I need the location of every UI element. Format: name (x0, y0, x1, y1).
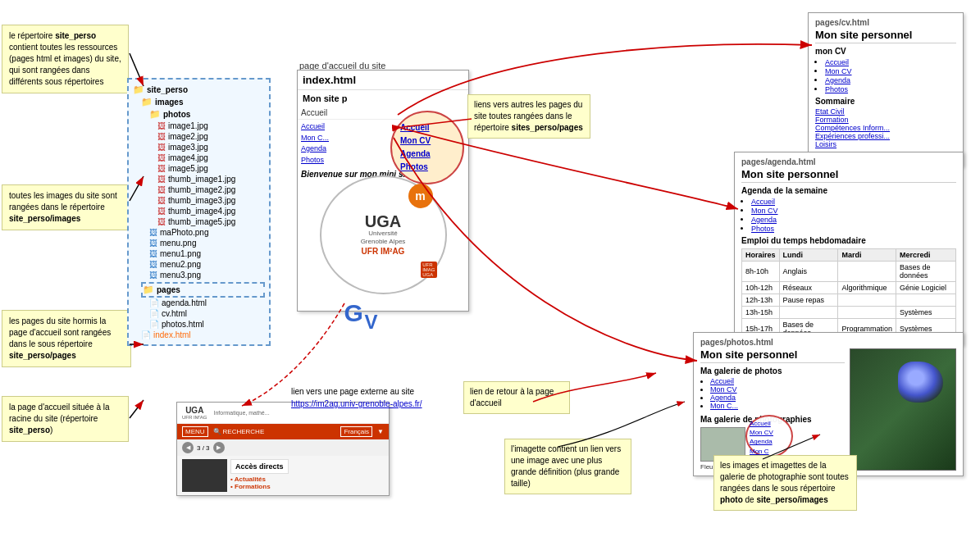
ext-prev-btn[interactable]: ◀ (182, 442, 194, 453)
agenda-html-box: pages/agenda.html Mon site personnel Age… (734, 152, 964, 345)
nav-accueil[interactable]: Accueil (400, 121, 430, 134)
small-mon-cv[interactable]: Mon C... (301, 134, 329, 142)
cv-etat-civil-link[interactable]: Etat Civil (815, 107, 956, 116)
nav-agenda[interactable]: Agenda (400, 148, 431, 161)
image-icon: 🖼 (157, 196, 166, 205)
th-horaires: Horaires (742, 249, 780, 262)
uga-text: UGA (365, 213, 401, 230)
agenda-nav-moncv[interactable]: Mon CV (751, 207, 778, 215)
photos-nav-monc[interactable]: Mon C... (710, 402, 738, 410)
external-site-box: UGA UFR IM'AG Informatique, mathé... MEN… (176, 402, 390, 496)
index-site-title: Mon site p (303, 93, 463, 103)
annotation-imagette: l'imagette contient un lien vers une ima… (504, 439, 631, 494)
file-menu: 🖼 menu.png (149, 238, 265, 248)
cv-html-box: pages/cv.html Mon site personnel mon CV … (808, 12, 964, 166)
ext-thumb (182, 459, 227, 492)
ext-uga-logo: UGA UFR IM'AG (182, 406, 207, 420)
png-icon: 🖼 (149, 271, 157, 280)
ext-next-btn[interactable]: ▶ (213, 442, 225, 453)
file-thumb5: 🖼 thumb_image5.jpg (157, 216, 265, 227)
uga-logo-area: UGA UniversitéGrenoble Alpes UFR IM²AG m… (298, 181, 468, 288)
image-icon: 🖼 (157, 143, 166, 152)
file-image4: 🖼 image4.jpg (157, 152, 265, 163)
file-image3: 🖼 image3.jpg (157, 142, 265, 152)
photos-nav-overlay: Accueil Mon CV Agenda Mon C (745, 415, 793, 457)
file-menu2: 🖼 menu2.png (149, 259, 265, 270)
cv-experiences-link[interactable]: Expériences professi... (815, 132, 956, 140)
file-thumb2: 🖼 thumb_image2.jpg (157, 184, 265, 195)
cv-nav-accueil[interactable]: Accueil (825, 58, 849, 66)
png-icon: 🖼 (149, 249, 157, 258)
image-icon: 🖼 (157, 153, 166, 162)
small-agenda[interactable]: Agenda (301, 144, 326, 152)
ext-pagination-bar: ◀ 3 / 3 ▶ (177, 439, 389, 456)
nav-photos[interactable]: Photos (400, 161, 428, 174)
png-icon: 🖼 (149, 228, 157, 237)
file-image1: 🖼 image1.jpg (157, 121, 265, 131)
ext-link2[interactable]: • Formations (230, 483, 384, 490)
cv-loisirs-link[interactable]: Loisirs (815, 140, 956, 148)
agenda-box-label: pages/agenda.html (741, 157, 956, 166)
html-icon: 📄 (149, 309, 159, 318)
cv-nav-photos[interactable]: Photos (825, 85, 848, 93)
folder-site-perso: 📁 site_perso (133, 84, 265, 96)
file-photos: 📄 photos.html (149, 319, 265, 330)
small-photos[interactable]: Photos (301, 156, 324, 164)
ext-content-inner: Accès directs • Actualités • Formations (182, 459, 384, 492)
ext-menu-btn[interactable]: MENU (182, 426, 208, 437)
ext-link1[interactable]: • Actualités (230, 476, 384, 483)
agenda-emploi-title: Emploi du temps hebdomadaire (741, 236, 956, 245)
large-photo[interactable] (850, 348, 956, 471)
gv-logo: G (344, 299, 363, 327)
annotation-retour: lien de retour à la page d'accueil (463, 381, 570, 414)
agenda-nav-accueil[interactable]: Accueil (751, 198, 775, 206)
row-12h: 12h-13h Pause repas (742, 294, 956, 307)
file-image2: 🖼 image2.jpg (157, 131, 265, 142)
file-thumb1: 🖼 thumb_image1.jpg (157, 174, 265, 184)
file-thumb3: 🖼 thumb_image3.jpg (157, 195, 265, 206)
image-icon: 🖼 (157, 121, 166, 130)
photos-nav-agenda[interactable]: Agenda (710, 394, 736, 402)
agenda-nav-agenda[interactable]: Agenda (751, 216, 777, 224)
annotation-index: la page d'accueil située à la racine du … (2, 396, 129, 442)
overlay-accueil[interactable]: Accueil (750, 419, 789, 428)
photos-box-label: pages/photos.html (700, 338, 956, 347)
cv-competences-link[interactable]: Compétences Inform... (815, 124, 956, 132)
overlay-agenda[interactable]: Agenda (750, 437, 789, 446)
image-icon: 🖼 (157, 185, 166, 194)
folder-icon: 📁 (149, 109, 161, 120)
cv-section: mon CV (815, 47, 956, 56)
ext-links: Accès directs • Actualités • Formations (230, 459, 384, 492)
annotation-repertoire: le répertoire site_perso contient toutes… (2, 25, 129, 93)
file-menu1: 🖼 menu1.png (149, 248, 265, 259)
small-accueil[interactable]: Accueil (301, 122, 325, 130)
image-icon: 🖼 (157, 207, 166, 216)
ext-search[interactable]: 🔍 RECHERCHE (213, 428, 265, 435)
th-lundi: Lundi (779, 249, 838, 262)
nav-mon-cv[interactable]: Mon CV (400, 134, 431, 148)
cv-nav-moncv[interactable]: Mon CV (825, 67, 852, 75)
externe-url[interactable]: https://im2ag.univ-grenoble-alpes.fr/ (291, 399, 422, 408)
cv-nav-agenda[interactable]: Agenda (825, 76, 850, 84)
agenda-nav-photos[interactable]: Photos (751, 225, 774, 233)
ext-subtitle: Informatique, mathé... (213, 410, 269, 416)
file-index: 📄 index.html (141, 330, 265, 340)
cv-formation-link[interactable]: Formation (815, 116, 956, 124)
agenda-nav-list: Accueil Mon CV Agenda Photos (751, 197, 956, 233)
png-icon: 🖼 (149, 260, 157, 269)
photos-nav-list: Accueil Mon CV Agenda Mon C... (710, 377, 845, 410)
file-maphoto: 🖼 maPhoto.png (149, 227, 265, 238)
image-icon: 🖼 (157, 217, 166, 226)
overlay-moncv[interactable]: Mon CV (750, 428, 789, 437)
row-8h: 8h-10h Anglais Bases de données (742, 262, 956, 282)
cv-sommaire-title: Sommaire (815, 97, 956, 106)
photos-section1: Ma galerie de photos (700, 366, 845, 375)
folder-pages: 📁 pages (141, 282, 265, 298)
photos-nav-moncv[interactable]: Mon CV (710, 385, 737, 394)
ext-lang[interactable]: Français (340, 426, 372, 437)
image-icon: 🖼 (157, 132, 166, 141)
photos-nav-accueil[interactable]: Accueil (710, 377, 734, 385)
agenda-site-title: Mon site personnel (741, 168, 956, 183)
file-thumb4: 🖼 thumb_image4.jpg (157, 206, 265, 216)
ext-acces-directs: Accès directs (230, 459, 289, 474)
